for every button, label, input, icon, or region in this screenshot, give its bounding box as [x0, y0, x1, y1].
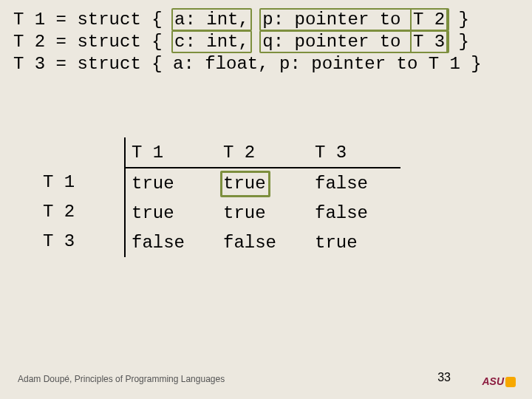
row-labels: T 1 T 2 T 3 [43, 137, 126, 257]
equivalence-table: T 1 T 2 T 3 T 1 T 2 T 3 true true false … [43, 137, 400, 257]
def-field1: a: int, [171, 8, 252, 31]
def-t3: T 3 = struct { a: float, p: pointer to T… [13, 53, 482, 75]
def-prefix: T 3 = struct { [13, 54, 173, 74]
row-label: T 1 [43, 167, 124, 197]
cell: true [126, 198, 217, 228]
def-t2: T 2 = struct { c: int, q: pointer to T 3… [13, 31, 482, 53]
def-field2: q: pointer to T 3 [259, 30, 449, 53]
table-row: true true false [126, 198, 400, 228]
def-ptr-target: T 1 [429, 54, 460, 74]
cell: false [217, 228, 309, 257]
def-ptr-target: T 3 [410, 30, 448, 53]
cell: true [217, 168, 309, 198]
sun-icon [505, 377, 516, 387]
def-field1: a: float, [173, 54, 269, 74]
cell: false [309, 168, 400, 198]
def-suffix: } [460, 54, 482, 74]
def-suffix: } [448, 32, 469, 52]
cell: true [126, 168, 217, 198]
def-ptr-target: T 2 [410, 8, 448, 31]
def-t1: T 1 = struct { a: int, p: pointer to T 2… [13, 9, 482, 31]
def-suffix: } [448, 10, 469, 30]
def-prefix: T 2 = struct { [13, 32, 173, 52]
col-header: T 3 [309, 137, 400, 167]
cell: true [309, 228, 400, 257]
row-label: T 3 [43, 226, 124, 256]
page-number: 33 [437, 371, 451, 384]
type-definitions: T 1 = struct { a: int, p: pointer to T 2… [13, 9, 482, 75]
def-prefix: T 1 = struct { [13, 10, 173, 30]
table-row: true true false [126, 168, 400, 198]
row-label: T 2 [43, 197, 124, 226]
asu-logo: ASU [482, 375, 516, 387]
col-headers: T 1 T 2 T 3 [126, 137, 400, 168]
def-field1: c: int, [171, 30, 252, 53]
col-header: T 1 [126, 137, 217, 167]
cell: true [217, 198, 309, 228]
cell: false [309, 198, 400, 228]
table-row: false false true [126, 228, 400, 257]
def-field2: p: pointer to T 1 [279, 54, 460, 74]
def-field2: p: pointer to T 2 [259, 8, 449, 31]
footer-text: Adam Doupé, Principles of Programming La… [18, 374, 225, 384]
def-mid [269, 54, 279, 74]
col-header: T 2 [217, 137, 309, 167]
slide: T 1 = struct { a: int, p: pointer to T 2… [0, 0, 532, 399]
cell: false [126, 228, 217, 257]
